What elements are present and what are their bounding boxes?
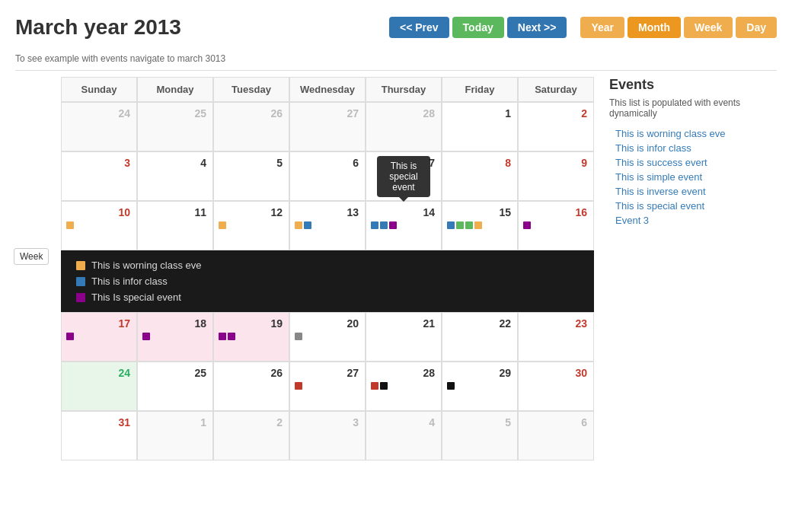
day-cell[interactable]: 15 [442,201,518,250]
thursday-header: Thursday [366,77,442,102]
day-cell[interactable]: 24 [61,102,137,151]
day-cell[interactable]: 11 [137,201,213,250]
day-cell[interactable]: 4 [137,151,213,201]
day-number: 21 [369,316,438,331]
event-dot-purple [219,333,226,340]
day-number: 1 [446,106,514,121]
expanded-event-item: This Is special event [76,291,579,303]
day-number: 2 [217,415,286,430]
expanded-dot-purple [76,293,85,302]
week-label[interactable]: Week [14,248,49,265]
event-dots [369,220,438,231]
day-cell[interactable]: 5 [442,411,518,460]
day-number: 27 [293,106,362,121]
event-link-6[interactable]: This is special event [609,199,777,213]
week-row-5: 24 25 26 27 28 29 [61,362,594,411]
day-cell[interactable]: 1 [442,102,518,151]
day-number: 11 [141,205,209,220]
calendar: Sunday Monday Tuesday Wednesday Thursday… [61,77,594,460]
day-cell[interactable]: 2 [213,411,289,460]
day-button[interactable]: Day [736,17,777,38]
year-button[interactable]: Year [580,17,624,38]
day-number: 30 [522,365,590,381]
day-cell[interactable]: 28 [366,362,442,411]
day-cell[interactable]: 3 [61,151,137,201]
day-cell[interactable]: 19 [213,312,289,362]
day-cell[interactable]: 6 [518,411,594,460]
day-cell[interactable]: 9 [518,151,594,201]
next-button[interactable]: Next >> [507,17,567,38]
expanded-event-row: This is worning class eve This is infor … [61,250,594,312]
day-cell-today[interactable]: 24 [61,362,137,411]
event-dots [217,220,286,231]
day-cell-14[interactable]: 14 This is special event [366,201,442,250]
day-cell[interactable]: 27 [289,362,366,411]
day-headers: Sunday Monday Tuesday Wednesday Thursday… [61,77,594,102]
day-cell[interactable]: 28 [366,102,442,151]
event-dot-yellow [474,221,482,229]
event-link-5[interactable]: This is inverse event [609,184,777,199]
day-number: 8 [446,155,514,170]
week-button[interactable]: Week [684,17,733,38]
tuesday-header: Tuesday [213,77,289,102]
day-cell[interactable]: 17 [61,312,137,362]
day-cell[interactable]: 25 [137,102,213,151]
day-number: 16 [522,205,590,220]
day-cell[interactable]: 21 [366,312,442,362]
event-link-3[interactable]: This is success evert [609,155,777,170]
day-cell[interactable]: 13 [289,201,366,250]
day-number: 4 [141,155,209,170]
today-button[interactable]: Today [452,17,504,38]
day-cell[interactable]: 27 [289,102,366,151]
day-cell[interactable]: 1 [137,411,213,460]
event-dot-purple [389,221,397,229]
day-cell[interactable]: 26 [213,362,289,411]
day-number: 3 [65,155,133,170]
day-cell[interactable]: 2 [518,102,594,151]
event-link-1[interactable]: This is worning class eve [609,126,777,141]
day-cell[interactable]: 20 [289,312,366,362]
day-cell[interactable]: 25 [137,362,213,411]
day-number: 1 [141,415,209,430]
day-cell[interactable]: 5 [213,151,289,201]
day-cell[interactable]: 10 [61,201,137,250]
event-link-4[interactable]: This is simple event [609,170,777,184]
day-number: 24 [65,365,133,381]
day-number: 2 [522,106,590,121]
event-dots [369,381,438,391]
event-link-7[interactable]: Event 3 [609,213,777,228]
expanded-dot-blue [76,277,85,286]
event-dot-purple [66,333,74,340]
expanded-dot-yellow [76,261,85,270]
event-link-2[interactable]: This is infor class [609,141,777,155]
day-number: 10 [65,205,133,220]
event-tooltip: This is special event [377,156,430,197]
day-cell[interactable]: 31 [61,411,137,460]
day-number: 6 [293,155,362,170]
day-cell[interactable]: 18 [137,312,213,362]
prev-button[interactable]: << Prev [389,17,449,38]
day-number: 28 [369,106,438,121]
day-cell[interactable]: 6 [289,151,366,201]
event-dot-blue [371,221,378,229]
event-dots [293,331,362,342]
day-cell[interactable]: 4 [366,411,442,460]
day-cell[interactable]: 22 [442,312,518,362]
day-cell[interactable]: 30 [518,362,594,411]
event-dot-green [456,221,464,229]
day-cell[interactable]: 12 [213,201,289,250]
day-cell[interactable]: 26 [213,102,289,151]
day-cell[interactable]: 8 [442,151,518,201]
day-cell[interactable]: 3 [289,411,366,460]
day-number: 18 [141,316,209,331]
day-cell[interactable]: 23 [518,312,594,362]
events-title: Events [609,77,777,93]
divider [15,70,777,71]
day-cell[interactable]: 16 [518,201,594,250]
subtitle: To see example with events navigate to m… [15,47,777,64]
event-dots [141,331,209,342]
month-button[interactable]: Month [628,17,681,38]
event-dot-yellow [295,221,302,229]
event-dots [65,331,133,342]
day-cell[interactable]: 29 [442,362,518,411]
